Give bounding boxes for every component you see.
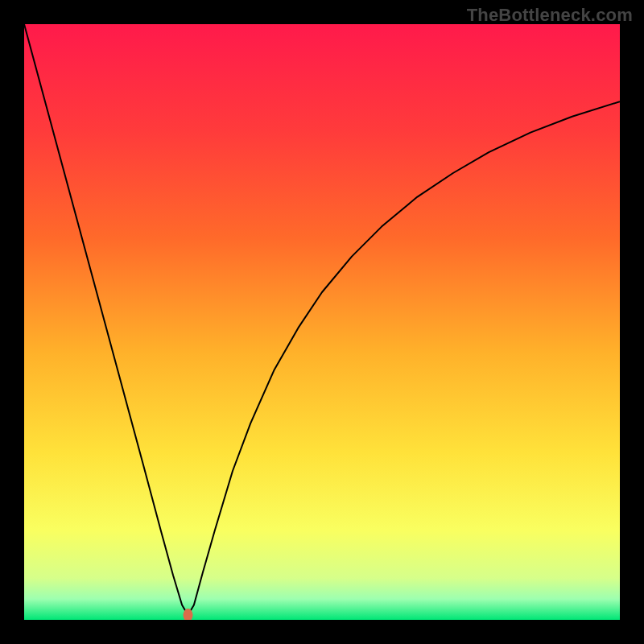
chart-svg (24, 24, 620, 620)
chart-frame: TheBottleneck.com (0, 0, 644, 644)
chart-plot-area (24, 24, 620, 620)
chart-background (24, 24, 620, 620)
watermark-label: TheBottleneck.com (467, 5, 633, 26)
